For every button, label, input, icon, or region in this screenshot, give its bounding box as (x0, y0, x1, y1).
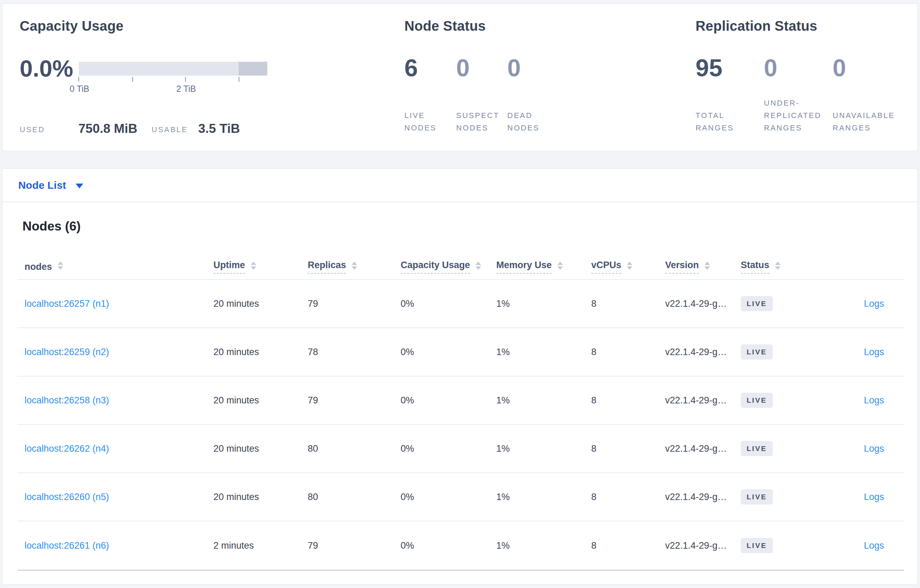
memory-cell: 1% (496, 492, 510, 502)
axis-tick (132, 77, 133, 82)
table-row: localhost:26258 (n3) 20 minutes 79 0% 1%… (18, 376, 904, 425)
sort-icon (476, 262, 481, 270)
logs-link[interactable]: Logs (864, 540, 884, 551)
column-header-memory-use[interactable]: Memory Use (496, 260, 563, 274)
status-badge: LIVE (741, 296, 773, 311)
chevron-down-icon (76, 184, 83, 188)
table-row: localhost:26262 (n4) 20 minutes 80 0% 1%… (18, 425, 904, 473)
sort-icon (627, 262, 632, 270)
memory-cell: 1% (496, 443, 510, 454)
uptime-cell: 2 minutes (214, 540, 254, 551)
sort-icon (251, 262, 256, 270)
status-badge: LIVE (741, 489, 773, 504)
capacity-cell: 0% (401, 347, 414, 357)
node-list-card: Node List Nodes (6) nodes Uptime Replica… (2, 168, 918, 585)
nodes-heading: Nodes (6) (23, 219, 81, 234)
axis-tick-label: 2 TiB (177, 84, 196, 94)
axis-tick (78, 77, 79, 82)
version-cell: v22.1.4-29-g… (665, 443, 727, 454)
used-label: USED (20, 125, 45, 134)
total-ranges-count: 95 (695, 56, 722, 81)
logs-link[interactable]: Logs (864, 299, 884, 309)
vcpus-cell: 8 (591, 443, 596, 454)
status-badge: LIVE (741, 393, 773, 408)
capacity-usage-title: Capacity Usage (20, 18, 124, 34)
sort-icon (557, 262, 563, 270)
table-row: localhost:26259 (n2) 20 minutes 78 0% 1%… (18, 328, 904, 376)
replicas-cell: 78 (308, 347, 318, 357)
capacity-percent: 0.0% (20, 56, 73, 81)
memory-cell: 1% (496, 299, 510, 309)
logs-link[interactable]: Logs (864, 492, 884, 502)
used-value: 750.8 MiB (78, 121, 138, 136)
uptime-cell: 20 minutes (214, 347, 259, 357)
axis-tick (185, 77, 186, 82)
column-header-vcpus[interactable]: vCPUs (591, 260, 632, 274)
memory-cell: 1% (496, 540, 510, 551)
capacity-cell: 0% (401, 540, 414, 551)
column-header-capacity-usage[interactable]: Capacity Usage (401, 260, 481, 274)
logs-link[interactable]: Logs (864, 443, 884, 454)
version-cell: v22.1.4-29-g… (665, 540, 727, 551)
node-link[interactable]: localhost:26261 (n6) (24, 540, 109, 551)
axis-tick-label: 0 TiB (70, 84, 89, 94)
status-badge: LIVE (741, 441, 773, 456)
sort-icon (351, 262, 357, 270)
suspect-nodes-count: 0 (456, 56, 470, 81)
capacity-cell: 0% (401, 299, 414, 309)
under-replicated-ranges-label: UNDER-REPLICATED RANGES (764, 97, 829, 134)
capacity-bar (79, 62, 267, 76)
replicas-cell: 80 (308, 492, 318, 502)
node-status-section: Node Status 6 LIVE NODES 0 SUSPECT NODES… (404, 4, 598, 151)
column-header-status[interactable]: Status (741, 260, 781, 274)
capacity-cell: 0% (401, 443, 414, 454)
live-nodes-label: LIVE NODES (404, 109, 446, 134)
replicas-cell: 79 (308, 299, 318, 309)
node-list-dropdown-label: Node List (18, 179, 66, 191)
node-link[interactable]: localhost:26259 (n2) (24, 347, 109, 357)
table-row: localhost:26261 (n6) 2 minutes 79 0% 1% … (18, 522, 904, 570)
live-nodes-count: 6 (404, 56, 418, 81)
vcpus-cell: 8 (591, 492, 596, 502)
cluster-summary-card: Capacity Usage 0.0% 0 TiB 2 TiB USED 750… (2, 3, 918, 151)
memory-cell: 1% (496, 347, 510, 357)
capacity-bar-reserved-segment (239, 62, 267, 76)
sort-icon (705, 262, 710, 270)
node-link[interactable]: localhost:26258 (n3) (24, 395, 109, 406)
vcpus-cell: 8 (591, 299, 596, 309)
suspect-nodes-label: SUSPECT NODES (456, 109, 503, 134)
capacity-usage-section: Capacity Usage 0.0% 0 TiB 2 TiB USED 750… (20, 4, 289, 151)
uptime-cell: 20 minutes (214, 299, 259, 309)
replication-status-section: Replication Status 95 TOTAL RANGES 0 UND… (695, 4, 917, 151)
axis-tick (239, 77, 239, 82)
column-header-version[interactable]: Version (665, 260, 710, 274)
table-row: localhost:26257 (n1) 20 minutes 79 0% 1%… (18, 280, 904, 328)
version-cell: v22.1.4-29-g… (665, 347, 727, 357)
uptime-cell: 20 minutes (214, 395, 259, 406)
logs-link[interactable]: Logs (864, 347, 884, 357)
replicas-cell: 79 (308, 540, 318, 551)
replicas-cell: 80 (308, 443, 318, 454)
capacity-cell: 0% (401, 492, 414, 502)
usable-label: USABLE (152, 125, 188, 134)
sort-icon (58, 262, 63, 270)
table-header-row: nodes Uptime Replicas Capacity Usage Mem… (18, 254, 904, 280)
memory-cell: 1% (496, 395, 510, 406)
node-link[interactable]: localhost:26262 (n4) (24, 443, 109, 454)
column-header-nodes[interactable]: nodes (24, 261, 63, 272)
uptime-cell: 20 minutes (214, 492, 259, 502)
unavailable-ranges-count: 0 (833, 56, 846, 81)
column-header-uptime[interactable]: Uptime (214, 260, 256, 274)
dead-nodes-count: 0 (507, 56, 521, 81)
version-cell: v22.1.4-29-g… (665, 395, 727, 406)
replicas-cell: 79 (308, 395, 318, 406)
column-header-replicas[interactable]: Replicas (308, 260, 357, 274)
node-link[interactable]: localhost:26257 (n1) (24, 299, 109, 309)
version-cell: v22.1.4-29-g… (665, 299, 727, 309)
vcpus-cell: 8 (591, 395, 596, 406)
node-link[interactable]: localhost:26260 (n5) (24, 492, 109, 502)
logs-link[interactable]: Logs (864, 395, 884, 406)
vcpus-cell: 8 (591, 347, 596, 357)
node-list-dropdown[interactable]: Node List (2, 169, 917, 202)
sort-icon (775, 262, 781, 270)
